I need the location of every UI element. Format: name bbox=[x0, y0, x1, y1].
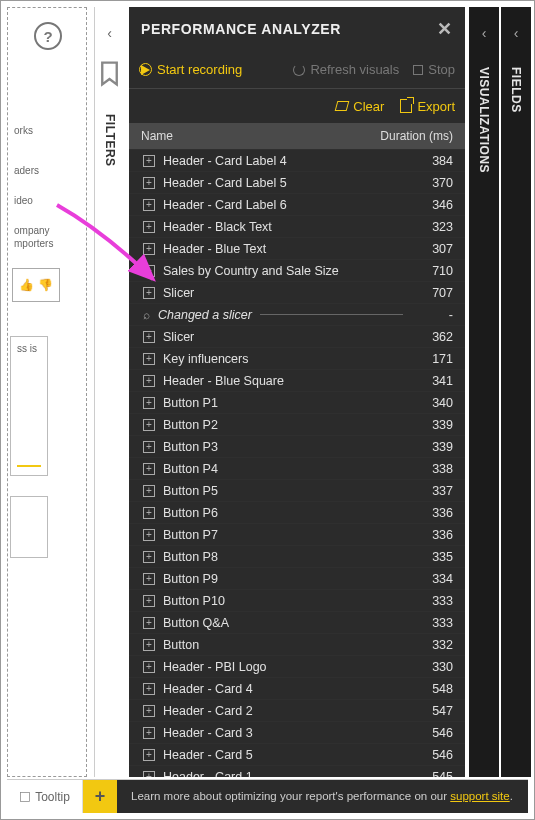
expand-icon[interactable]: + bbox=[143, 661, 155, 673]
result-row[interactable]: +Header - Card Label 5370 bbox=[129, 171, 465, 193]
row-duration: - bbox=[403, 308, 453, 322]
start-recording-button[interactable]: Start recording bbox=[139, 62, 242, 77]
filters-label: FILTERS bbox=[103, 114, 117, 167]
expand-icon[interactable]: + bbox=[143, 727, 155, 739]
result-row[interactable]: +Header - Card 2547 bbox=[129, 699, 465, 721]
refresh-icon bbox=[293, 64, 305, 76]
result-row[interactable]: +Button P8335 bbox=[129, 545, 465, 567]
chevron-left-icon[interactable]: ‹ bbox=[482, 25, 487, 41]
expand-icon[interactable]: + bbox=[143, 771, 155, 778]
expand-icon[interactable]: + bbox=[143, 419, 155, 431]
accent-line bbox=[17, 465, 41, 467]
export-button[interactable]: Export bbox=[400, 99, 455, 114]
expand-icon[interactable]: + bbox=[143, 683, 155, 695]
col-name: Name bbox=[141, 129, 380, 143]
feedback-box[interactable]: 👍 👎 bbox=[12, 268, 60, 302]
result-row[interactable]: +Header - Card 5546 bbox=[129, 743, 465, 765]
row-label: Header - Card 4 bbox=[163, 682, 403, 696]
result-row[interactable]: +Button P7336 bbox=[129, 523, 465, 545]
expand-icon[interactable]: + bbox=[143, 529, 155, 541]
page-icon bbox=[19, 791, 31, 803]
expand-icon[interactable]: + bbox=[143, 177, 155, 189]
expand-icon[interactable]: + bbox=[143, 221, 155, 233]
row-label: Button P1 bbox=[163, 396, 403, 410]
export-icon bbox=[400, 99, 412, 113]
expand-icon[interactable]: + bbox=[143, 573, 155, 585]
refresh-visuals-button[interactable]: Refresh visuals bbox=[293, 62, 399, 77]
row-label: Button P6 bbox=[163, 506, 403, 520]
add-page-button[interactable]: + bbox=[83, 780, 117, 813]
expand-icon[interactable]: + bbox=[143, 595, 155, 607]
expand-icon[interactable]: + bbox=[143, 463, 155, 475]
result-row[interactable]: +Button P9334 bbox=[129, 567, 465, 589]
expand-icon[interactable]: + bbox=[143, 331, 155, 343]
fields-pane[interactable]: ‹ FIELDS bbox=[501, 7, 531, 777]
result-row[interactable]: +Header - PBI Logo330 bbox=[129, 655, 465, 677]
canvas-fragment: orks bbox=[10, 123, 37, 138]
help-icon[interactable]: ? bbox=[34, 22, 62, 50]
result-row[interactable]: +Header - Card 4548 bbox=[129, 677, 465, 699]
start-recording-label: Start recording bbox=[157, 62, 242, 77]
row-duration: 336 bbox=[403, 528, 453, 542]
row-duration: 340 bbox=[403, 396, 453, 410]
expand-icon[interactable]: + bbox=[143, 265, 155, 277]
row-duration: 547 bbox=[403, 704, 453, 718]
expand-icon[interactable]: + bbox=[143, 375, 155, 387]
chevron-left-icon[interactable]: ‹ bbox=[107, 25, 112, 41]
row-duration: 362 bbox=[403, 330, 453, 344]
support-site-link[interactable]: support site bbox=[450, 790, 509, 802]
result-row[interactable]: +Key influencers171 bbox=[129, 347, 465, 369]
expand-icon[interactable]: + bbox=[143, 287, 155, 299]
stop-label: Stop bbox=[428, 62, 455, 77]
clear-button[interactable]: Clear bbox=[336, 99, 384, 114]
expand-icon[interactable]: + bbox=[143, 199, 155, 211]
result-row[interactable]: +Button P4338 bbox=[129, 457, 465, 479]
row-duration: 330 bbox=[403, 660, 453, 674]
result-row[interactable]: +Header - Blue Text307 bbox=[129, 237, 465, 259]
result-row[interactable]: +Header - Card Label 4384 bbox=[129, 149, 465, 171]
result-row[interactable]: +Slicer707 bbox=[129, 281, 465, 303]
close-icon[interactable]: ✕ bbox=[437, 18, 453, 40]
expand-icon[interactable]: + bbox=[143, 551, 155, 563]
card-text: ss is bbox=[11, 337, 47, 360]
result-row[interactable]: +Header - Card Label 6346 bbox=[129, 193, 465, 215]
row-duration: 339 bbox=[403, 418, 453, 432]
result-row[interactable]: +Button P5337 bbox=[129, 479, 465, 501]
visualizations-pane[interactable]: ‹ VISUALIZATIONS bbox=[469, 7, 499, 777]
row-label: Header - Card Label 6 bbox=[163, 198, 403, 212]
expand-icon[interactable]: + bbox=[143, 507, 155, 519]
expand-icon[interactable]: + bbox=[143, 617, 155, 629]
result-row[interactable]: +Button P6336 bbox=[129, 501, 465, 523]
event-row[interactable]: ⌕Changed a slicer- bbox=[129, 303, 465, 325]
result-row[interactable]: +Header - Card 3546 bbox=[129, 721, 465, 743]
result-row[interactable]: +Header - Card 1545 bbox=[129, 765, 465, 777]
expand-icon[interactable]: + bbox=[143, 639, 155, 651]
panel-header: PERFORMANCE ANALYZER ✕ bbox=[129, 7, 465, 51]
footer-help-message: Learn more about optimizing your report'… bbox=[117, 780, 528, 813]
result-row[interactable]: +Header - Blue Square341 bbox=[129, 369, 465, 391]
expand-icon[interactable]: + bbox=[143, 441, 155, 453]
result-row[interactable]: +Button P2339 bbox=[129, 413, 465, 435]
result-row[interactable]: +Slicer362 bbox=[129, 325, 465, 347]
chevron-left-icon[interactable]: ‹ bbox=[514, 25, 519, 41]
expand-icon[interactable]: + bbox=[143, 155, 155, 167]
expand-icon[interactable]: + bbox=[143, 705, 155, 717]
result-row[interactable]: +Button332 bbox=[129, 633, 465, 655]
expand-icon[interactable]: + bbox=[143, 353, 155, 365]
page-tab-tooltip[interactable]: Tooltip bbox=[7, 780, 83, 813]
expand-icon[interactable]: + bbox=[143, 485, 155, 497]
stop-button[interactable]: Stop bbox=[413, 62, 455, 77]
result-row[interactable]: +Button Q&A333 bbox=[129, 611, 465, 633]
filters-pane[interactable]: ‹ FILTERS bbox=[94, 7, 124, 777]
result-row[interactable]: +Button P1340 bbox=[129, 391, 465, 413]
row-duration: 171 bbox=[403, 352, 453, 366]
result-row[interactable]: +Button P10333 bbox=[129, 589, 465, 611]
result-row[interactable]: +Button P3339 bbox=[129, 435, 465, 457]
results-list[interactable]: +Header - Card Label 4384+Header - Card … bbox=[129, 149, 465, 777]
expand-icon[interactable]: + bbox=[143, 749, 155, 761]
expand-icon[interactable]: + bbox=[143, 397, 155, 409]
result-row[interactable]: +Header - Black Text323 bbox=[129, 215, 465, 237]
result-row[interactable]: +Sales by Country and Sale Size710 bbox=[129, 259, 465, 281]
expand-icon[interactable]: + bbox=[143, 243, 155, 255]
col-duration: Duration (ms) bbox=[380, 129, 453, 143]
